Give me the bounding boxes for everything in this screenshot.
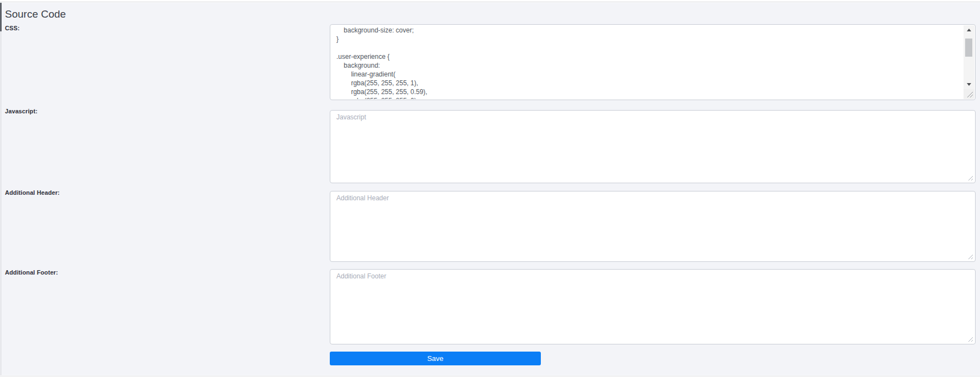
resize-grip-icon: [967, 253, 974, 260]
css-code-content: background-size: cover; } .user-experien…: [336, 26, 962, 99]
css-scrollbar-track[interactable]: [964, 25, 975, 89]
screen: Source Code CSS: background-size: cover;…: [0, 0, 980, 378]
additional-header-label: Additional Header:: [5, 189, 60, 196]
bottom-edge-strip: [0, 376, 980, 378]
page-title: Source Code: [5, 7, 66, 21]
source-code-panel: Source Code CSS: background-size: cover;…: [2, 3, 980, 375]
resize-grip-icon: [967, 174, 974, 182]
save-button[interactable]: Save: [330, 352, 541, 365]
javascript-label: Javascript:: [5, 108, 37, 114]
javascript-resize-handle[interactable]: [967, 174, 975, 182]
resize-grip-icon: [967, 336, 974, 343]
javascript-textarea-wrap: [330, 110, 976, 183]
javascript-textarea[interactable]: [330, 111, 975, 183]
triangle-down-icon: [967, 83, 971, 86]
top-edge-strip: [0, 0, 980, 2]
additional-header-textarea-wrap: [330, 191, 976, 262]
css-resize-handle[interactable]: [964, 89, 975, 99]
scroll-up-button[interactable]: [964, 26, 975, 34]
additional-header-textarea[interactable]: [330, 191, 975, 261]
scroll-down-button[interactable]: [964, 80, 975, 88]
additional-header-resize-handle[interactable]: [967, 253, 975, 261]
additional-footer-textarea-wrap: [330, 269, 976, 344]
css-textarea[interactable]: background-size: cover; } .user-experien…: [330, 24, 976, 100]
resize-grip-icon: [965, 90, 974, 98]
additional-footer-textarea[interactable]: [330, 270, 975, 344]
triangle-up-icon: [967, 29, 971, 31]
css-label: CSS:: [5, 25, 20, 31]
additional-footer-resize-handle[interactable]: [967, 336, 975, 343]
additional-footer-label: Additional Footer:: [5, 269, 58, 276]
css-scrollbar-thumb[interactable]: [965, 39, 972, 57]
